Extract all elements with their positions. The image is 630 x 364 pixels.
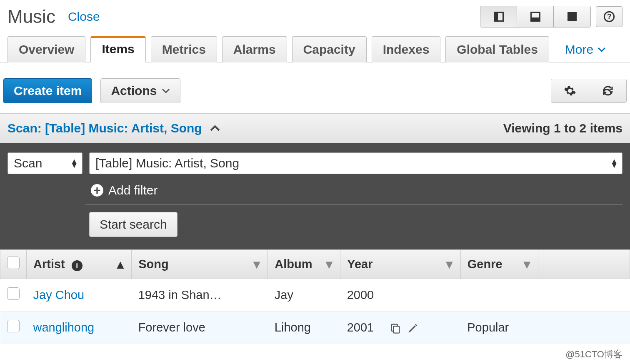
column-check-all: [0, 250, 27, 279]
row-checkbox[interactable]: [7, 320, 20, 332]
column-album[interactable]: Album ▼: [268, 250, 340, 279]
actions-label: Actions: [111, 84, 157, 98]
tab-overview[interactable]: Overview: [8, 36, 85, 62]
tab-more[interactable]: More: [554, 37, 617, 62]
scan-summary-text: Scan: [Table] Music: Artist, Song: [8, 121, 202, 135]
chevron-up-icon: [210, 125, 220, 132]
table-row[interactable]: Jay Chou 1943 in Shan… Jay 2000: [0, 279, 630, 312]
column-song[interactable]: Song ▼: [132, 250, 268, 279]
viewmode-bottom-panel-button[interactable]: [517, 6, 554, 27]
tab-items[interactable]: Items: [90, 36, 145, 62]
svg-rect-3: [394, 327, 400, 333]
items-table: Artist i ▲ Song ▼ Album ▼ Year ▼ Genre ▼: [0, 249, 630, 344]
scan-summary-toggle[interactable]: Scan: [Table] Music: Artist, Song: [8, 121, 220, 135]
scan-target-value: [Table] Music: Artist, Song: [95, 156, 239, 170]
cell-song: Forever love: [138, 321, 205, 334]
cell-artist[interactable]: Jay Chou: [33, 288, 85, 302]
column-genre[interactable]: Genre ▼: [460, 250, 538, 279]
panel-left-icon: [494, 12, 504, 22]
scan-target-select[interactable]: [Table] Music: Artist, Song ▲▼: [89, 152, 622, 174]
refresh-button[interactable]: [589, 79, 626, 102]
chevron-down-icon: [598, 47, 606, 52]
page-title: Music: [8, 6, 55, 27]
watermark: @51CTO博客: [0, 344, 630, 364]
column-year[interactable]: Year ▼: [340, 250, 461, 279]
create-item-button[interactable]: Create item: [3, 78, 92, 103]
scan-summary-bar: Scan: [Table] Music: Artist, Song Viewin…: [0, 113, 630, 143]
column-menu-icon[interactable]: ▼: [521, 257, 533, 271]
column-menu-icon[interactable]: ▼: [323, 257, 335, 271]
cell-song: 1943 in Shan…: [138, 288, 222, 302]
column-label: Year: [347, 257, 372, 271]
viewmode-left-panel-button[interactable]: [480, 6, 517, 27]
tabs-row: Overview Items Metrics Alarms Capacity I…: [0, 36, 630, 62]
help-icon: ?: [603, 11, 615, 22]
toolbar: Create item Actions: [0, 62, 630, 113]
column-menu-icon[interactable]: ▼: [251, 257, 263, 271]
table-tools: [551, 79, 627, 103]
tab-capacity[interactable]: Capacity: [292, 36, 367, 62]
edit-icon[interactable]: [407, 322, 419, 334]
sort-asc-icon: ▲: [114, 257, 126, 271]
scan-mode-select[interactable]: Scan ▲▼: [8, 152, 82, 174]
filter-divider: [85, 204, 622, 204]
cell-year: 2001: [347, 321, 374, 334]
select-arrows-icon: ▲▼: [70, 159, 78, 167]
viewing-count: Viewing 1 to 2 items: [503, 121, 622, 135]
plus-circle-icon: +: [91, 184, 103, 197]
add-filter-label: Add filter: [108, 183, 158, 197]
header-bar: Music Close ?: [0, 0, 630, 36]
tab-alarms[interactable]: Alarms: [222, 36, 287, 62]
cell-artist[interactable]: wanglihong: [33, 321, 95, 334]
cell-genre: Popular: [467, 321, 509, 334]
column-menu-icon[interactable]: ▼: [443, 257, 455, 271]
tab-global-tables[interactable]: Global Tables: [445, 36, 549, 62]
chevron-down-icon: [162, 88, 170, 94]
cell-year: 2000: [347, 288, 374, 302]
info-icon[interactable]: i: [72, 260, 82, 271]
select-arrows-icon: ▲▼: [610, 159, 618, 167]
viewmode-full-button[interactable]: [554, 6, 590, 27]
view-mode-group: [480, 6, 591, 27]
tab-indexes[interactable]: Indexes: [372, 36, 441, 62]
start-search-button[interactable]: Start search: [89, 212, 178, 237]
column-label: Album: [275, 257, 312, 271]
column-label: Artist: [33, 257, 65, 271]
help-button[interactable]: ?: [596, 6, 622, 27]
actions-button[interactable]: Actions: [100, 78, 180, 103]
refresh-icon: [602, 85, 614, 97]
tab-more-label: More: [565, 42, 593, 57]
gear-icon: [564, 85, 576, 97]
cell-album: Jay: [275, 288, 293, 302]
column-actions-spacer: [538, 250, 630, 279]
close-link[interactable]: Close: [68, 10, 100, 24]
column-artist[interactable]: Artist i ▲: [27, 250, 132, 279]
settings-button[interactable]: [551, 79, 589, 102]
tab-metrics[interactable]: Metrics: [151, 36, 217, 62]
copy-icon[interactable]: [390, 322, 401, 334]
cell-album: Lihong: [275, 321, 311, 334]
column-label: Song: [138, 257, 169, 271]
panel-bottom-icon: [530, 12, 540, 22]
table-row[interactable]: wanglihong Forever love Lihong 2001 Popu…: [0, 312, 630, 344]
svg-text:?: ?: [607, 12, 612, 21]
check-all-checkbox[interactable]: [7, 257, 20, 269]
scan-mode-value: Scan: [14, 156, 42, 170]
row-checkbox[interactable]: [7, 287, 20, 300]
panel-full-icon: [568, 12, 577, 21]
column-label: Genre: [468, 257, 502, 271]
add-filter-button[interactable]: + Add filter: [91, 183, 622, 197]
scan-panel: Scan ▲▼ [Table] Music: Artist, Song ▲▼ +…: [0, 143, 630, 249]
